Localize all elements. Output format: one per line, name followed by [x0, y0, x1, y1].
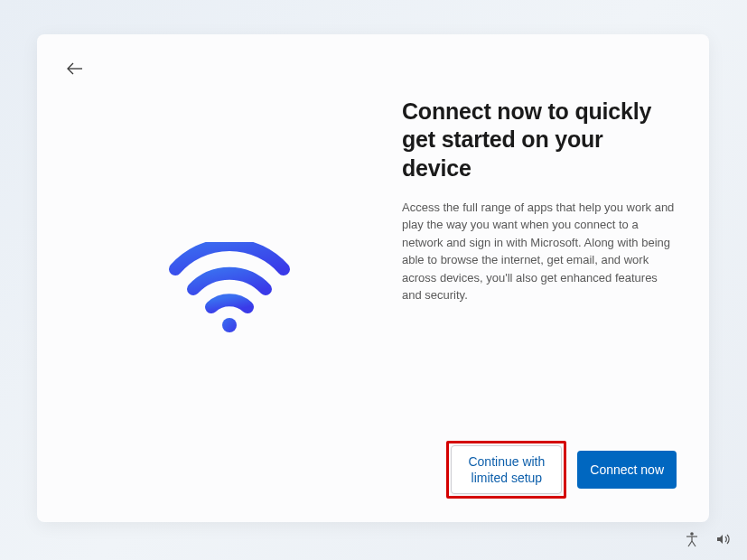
- highlight-annotation: Continue withlimited setup: [446, 441, 566, 499]
- button-row: Continue withlimited setup Connect now: [446, 441, 677, 499]
- setup-card: Connect now to quickly get started on yo…: [37, 34, 709, 522]
- volume-icon[interactable]: [714, 531, 731, 547]
- content-area: Connect now to quickly get started on yo…: [62, 81, 677, 499]
- back-button[interactable]: [62, 56, 88, 81]
- description-text: Access the full range of apps that help …: [402, 199, 677, 304]
- connect-now-button[interactable]: Connect now: [577, 451, 677, 489]
- page-title: Connect now to quickly get started on yo…: [402, 98, 677, 182]
- continue-limited-setup-button[interactable]: Continue withlimited setup: [451, 445, 562, 494]
- svg-line-6: [692, 541, 696, 546]
- taskbar-icons: [684, 531, 731, 547]
- illustration-column: [62, 81, 397, 499]
- wifi-icon: [166, 242, 293, 332]
- accessibility-icon[interactable]: [684, 531, 700, 547]
- svg-point-2: [690, 532, 694, 536]
- back-arrow-icon: [66, 61, 84, 76]
- text-column: Connect now to quickly get started on yo…: [397, 81, 677, 499]
- svg-point-1: [222, 318, 237, 332]
- svg-line-5: [688, 541, 692, 546]
